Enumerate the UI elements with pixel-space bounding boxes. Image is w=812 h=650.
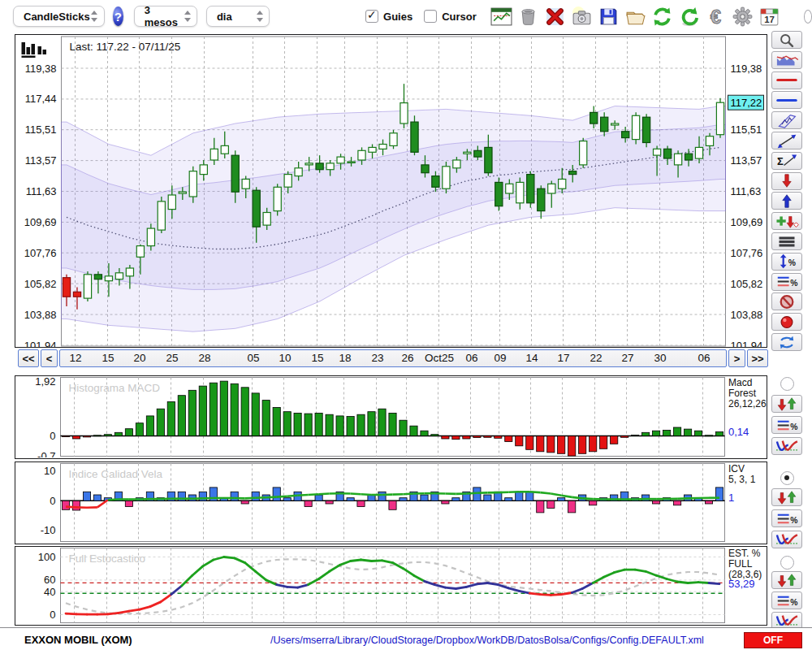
zoom-button[interactable] <box>771 31 802 49</box>
svg-text:40: 40 <box>44 586 55 598</box>
date-tick-label: 15 <box>311 352 323 364</box>
icv-levels-percent-button[interactable]: % <box>771 509 802 527</box>
guies-checkbox[interactable] <box>365 10 378 23</box>
red-hline-button[interactable] <box>771 72 802 89</box>
svg-text:103,88: 103,88 <box>24 309 57 321</box>
add-marker-button[interactable] <box>771 212 802 230</box>
macd-updown-arrows-button[interactable] <box>771 395 802 413</box>
blue-hline-button[interactable] <box>771 91 802 109</box>
stochastic-chart[interactable]: Full Estocastico10060400 <box>15 547 767 625</box>
record-button[interactable] <box>771 313 802 331</box>
trash-icon <box>517 18 539 30</box>
stoch-levels-percent-button[interactable]: % <box>771 592 802 609</box>
svg-text:101,94: 101,94 <box>24 340 57 348</box>
measure-percent-icon: % <box>773 254 801 269</box>
icv-params-label: ICV5, 3, 1 <box>728 464 767 485</box>
svg-text:€: € <box>710 6 721 28</box>
swap-icon <box>773 335 801 350</box>
nav-next-button[interactable]: > <box>728 349 745 367</box>
svg-text:100: 100 <box>38 551 56 563</box>
date-tick-label: 30 <box>654 352 666 364</box>
macd-select-radio[interactable] <box>780 377 794 391</box>
macd-levels-percent-button[interactable]: % <box>771 416 802 434</box>
svg-text:101,94: 101,94 <box>731 340 763 348</box>
snapshot-button[interactable] <box>571 6 593 28</box>
svg-text:107,76: 107,76 <box>731 247 763 259</box>
svg-text:113,57: 113,57 <box>731 154 762 167</box>
arrow-up-blue-button[interactable] <box>771 192 802 210</box>
macd-title: Histograma MACD <box>69 382 161 394</box>
guies-checkbox-wrap: Guies <box>365 10 412 23</box>
range-select[interactable]: 3 mesos <box>134 6 197 27</box>
chart-window-icon-button[interactable] <box>490 6 512 28</box>
off-toggle[interactable]: OFF <box>744 632 802 648</box>
date-tick-label: 26 <box>401 352 413 364</box>
indicators-chart-button[interactable] <box>771 51 802 69</box>
list-lines-button[interactable] <box>771 232 802 250</box>
macd-chart[interactable]: Histograma MACD1,920-0,7 <box>15 376 767 458</box>
arrow-up-blue-icon <box>773 193 801 209</box>
chart-type-mini-icon <box>22 42 47 58</box>
chevron-updown-icon <box>90 10 99 23</box>
icv-curve-button[interactable] <box>771 531 802 548</box>
refresh-button[interactable] <box>651 6 673 28</box>
settings-gear-button[interactable] <box>732 6 754 28</box>
icv-current-value: 1 <box>728 492 734 504</box>
icv-chart[interactable]: Indice Calidad Vela100-10 <box>15 462 767 544</box>
curve-icon <box>773 439 801 454</box>
stoch-select-radio[interactable] <box>780 556 794 570</box>
euro-button[interactable]: € <box>705 6 727 28</box>
undo-button[interactable] <box>678 6 700 28</box>
cursor-checkbox-wrap: Cursor <box>424 10 477 23</box>
arrow-down-red-button[interactable] <box>771 172 802 190</box>
delete-x-button[interactable] <box>544 6 566 28</box>
date-tick-label: 20 <box>133 352 145 364</box>
refresh-icon <box>651 18 673 30</box>
disable-button[interactable] <box>771 292 802 310</box>
svg-text:10: 10 <box>44 465 55 477</box>
svg-text:115,51: 115,51 <box>25 124 57 136</box>
icv-updown-arrows-button[interactable] <box>771 488 802 506</box>
svg-text:%: % <box>788 258 796 267</box>
date-axis[interactable]: 1215202528051015182326Oct250609141722273… <box>59 349 727 367</box>
trash-button[interactable] <box>517 6 539 28</box>
svg-text:Σ: Σ <box>777 155 784 167</box>
config-path-link[interactable]: /Users/mserra/Library/CloudStorage/Dropb… <box>244 635 731 646</box>
levels-percent-button[interactable]: % <box>771 273 802 291</box>
date-tick-label: Oct25 <box>425 352 454 364</box>
cursor-checkbox[interactable] <box>424 10 437 23</box>
svg-text:17: 17 <box>764 14 775 24</box>
main-chart-radio[interactable] <box>804 10 812 24</box>
chart-type-select[interactable]: CandleSticks <box>13 6 105 27</box>
channel-button[interactable] <box>771 111 802 129</box>
svg-text:117,22: 117,22 <box>731 97 762 109</box>
macd-panel: Histograma MACD1,920-0,7 <box>15 375 767 459</box>
macd-curve-button[interactable] <box>771 437 802 455</box>
nav-last-button[interactable]: >> <box>747 349 768 367</box>
stoch-updown-arrows-button[interactable] <box>771 571 802 589</box>
help-button[interactable]: ? <box>113 6 123 26</box>
stoch-current-value: 53,29 <box>728 578 755 590</box>
svg-text:-0,7: -0,7 <box>37 450 55 457</box>
macd-params-label: MacdForest26,12,26 <box>728 378 767 410</box>
range-value: 3 mesos <box>145 4 184 28</box>
nav-prev-button[interactable]: < <box>41 349 58 367</box>
measure-percent-button[interactable]: % <box>771 253 802 271</box>
icv-select-radio[interactable] <box>780 471 794 485</box>
svg-text:109,69: 109,69 <box>24 216 57 228</box>
nav-first-button[interactable]: << <box>18 349 39 367</box>
price-chart-panel: Last: 117.22 - 07/11/25119,38117,44115,5… <box>15 34 767 348</box>
svg-text:1,92: 1,92 <box>35 376 55 388</box>
sigma-trendline-button[interactable]: Σ <box>771 152 802 170</box>
period-select[interactable]: dia <box>206 6 270 27</box>
calendar-button[interactable]: 17 <box>758 6 780 28</box>
trendline-button[interactable] <box>771 132 802 150</box>
save-button[interactable] <box>598 6 620 28</box>
open-folder-button[interactable] <box>624 6 646 28</box>
arrow-down-red-icon <box>773 173 801 188</box>
stochastic-panel: Full Estocastico10060400 <box>15 546 767 626</box>
price-chart[interactable]: Last: 117.22 - 07/11/25119,38117,44115,5… <box>15 35 767 347</box>
swap-button[interactable] <box>771 333 802 351</box>
x-axis-nav: << < 1215202528051015182326Oct2506091417… <box>0 349 812 369</box>
svg-text:105,82: 105,82 <box>731 278 763 290</box>
